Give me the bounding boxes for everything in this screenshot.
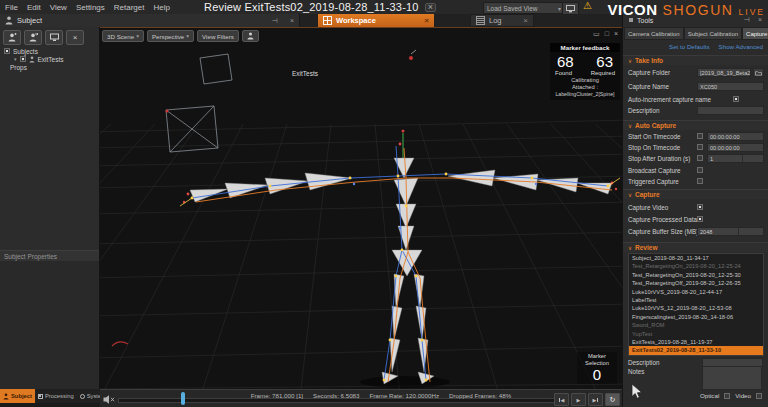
tab-log[interactable]: Log × <box>470 14 534 27</box>
menu-help[interactable]: Help <box>153 3 169 12</box>
capture-name-field[interactable]: XC050 <box>697 82 764 91</box>
view-filters-button[interactable]: View Filters <box>197 30 239 42</box>
expand-icon[interactable]: ▾ <box>14 56 17 62</box>
timeline-playhead[interactable] <box>181 392 185 405</box>
load-saved-view-dropdown[interactable]: Load Saved View ▾ <box>483 2 565 14</box>
optical-checkbox[interactable] <box>724 393 730 399</box>
chevron-down-icon: ▾ <box>186 33 189 39</box>
close-panel-icon[interactable]: × <box>290 17 294 25</box>
tree-item-props[interactable]: Props <box>4 63 64 71</box>
list-item[interactable]: Sword_ROM <box>629 321 763 329</box>
bar-icon <box>597 398 598 402</box>
stop-timecode-checkbox[interactable] <box>697 144 703 150</box>
list-item[interactable]: LabelTest <box>629 296 763 304</box>
subjects-label: Subjects <box>13 48 38 55</box>
subjects-checkbox[interactable] <box>4 48 10 54</box>
list-item[interactable]: ExitTests_2019-08-28_11-19-37 <box>629 338 763 346</box>
list-item[interactable]: Luke10rVVS_12_2019-08-20_12-53-08 <box>629 304 763 312</box>
chevron-icon: ∨ <box>628 192 632 198</box>
3d-viewport[interactable]: 3D Scene ▾ Perspective ▾ View Filters ▭ … <box>100 27 622 389</box>
broadcast-capture-checkbox[interactable] <box>697 167 703 173</box>
mute-speaker-icon[interactable] <box>103 395 115 404</box>
exittests-checkbox[interactable] <box>20 56 26 62</box>
list-item[interactable]: Luke10rVVS_2019-08-20_12-44-17 <box>629 288 763 296</box>
menu-settings[interactable]: Settings <box>76 3 105 12</box>
triggered-capture-row: Triggered Capture <box>628 176 764 187</box>
section-capture[interactable]: ∨ Capture <box>623 189 768 199</box>
tree-item-exittests[interactable]: ▾ ExitTests <box>14 55 64 63</box>
minimize-icon[interactable]: ▭ <box>593 30 600 38</box>
triggered-capture-checkbox[interactable] <box>697 178 703 184</box>
section-auto-capture[interactable]: ∨ Auto Capture <box>623 120 768 130</box>
show-advanced-link[interactable]: Show Advanced <box>719 43 763 50</box>
stop-duration-checkbox[interactable] <box>697 155 703 161</box>
subject-tree: Subjects ▾ ExitTests Props <box>4 47 64 71</box>
stop-duration-field[interactable]: 1 <box>707 154 764 163</box>
menu-file[interactable]: File <box>5 3 18 12</box>
view-options-button[interactable] <box>562 2 579 15</box>
skip-to-end-button[interactable]: ▶ <box>588 393 603 406</box>
list-item[interactable]: Test_RetargetingOn_2019-08-20_12-25-30 <box>629 271 763 279</box>
warning-icon[interactable]: ⚠ <box>583 0 592 11</box>
scene-type-dropdown[interactable]: 3D Scene ▾ <box>102 30 144 42</box>
close-review-icon[interactable]: × <box>425 3 436 12</box>
capture-folder-label: Capture Folder <box>628 69 670 76</box>
buffer-size-field[interactable]: 2048 <box>697 227 764 236</box>
subject-icon <box>29 56 35 63</box>
processing-icon <box>38 394 43 399</box>
list-item[interactable]: Test_RetargetingOff_2019-08-20_12-26-35 <box>629 279 763 287</box>
logo-shogun: SHOGUN <box>663 2 734 18</box>
close-icon[interactable]: × <box>614 30 618 38</box>
list-item[interactable]: Fingerscalingtest_2019-08-20_14-18-06 <box>629 313 763 321</box>
browse-folder-button[interactable] <box>753 68 764 77</box>
import-subject-button[interactable] <box>3 30 21 45</box>
capture-folder-field[interactable]: [2019_08_19_Beta2_Testing] <box>697 68 751 77</box>
marker-selection-overlay: Marker Selection 0 <box>577 352 617 384</box>
review-take-list[interactable]: Subject_2019-08-20_11-34-17 Test_Retarge… <box>628 253 764 356</box>
take-info-title: Take Info <box>635 57 663 64</box>
display-button[interactable] <box>45 30 63 45</box>
list-item[interactable]: Subject_2019-08-20_11-34-17 <box>629 254 763 262</box>
start-timecode-field[interactable]: 00:00:00:00 <box>707 132 764 141</box>
list-item[interactable]: Test_RetargetingOn_2019-08-20_12-25-24 <box>629 262 763 270</box>
start-timecode-checkbox[interactable] <box>697 133 703 139</box>
maximize-icon[interactable]: □ <box>605 30 609 38</box>
capture-video-checkbox[interactable] <box>697 204 703 210</box>
stop-timecode-field[interactable]: 00:00:00:00 <box>707 143 764 152</box>
list-item-selected[interactable]: ExitTests02_2019-08-28_11-33-10 <box>629 346 763 354</box>
auto-increment-checkbox[interactable] <box>733 96 739 102</box>
description-field[interactable] <box>697 106 764 115</box>
list-item[interactable]: YupTest <box>629 330 763 338</box>
set-to-defaults-link[interactable]: Set to Defaults <box>669 43 710 50</box>
menu-view[interactable]: View <box>50 3 67 12</box>
menu-edit[interactable]: Edit <box>27 3 41 12</box>
menu-retarget[interactable]: Retarget <box>114 3 145 12</box>
pin-panel-icon[interactable]: ⊣ <box>272 17 278 25</box>
dock-tab-processing[interactable]: Processing <box>35 389 77 403</box>
notes-field[interactable] <box>702 366 762 390</box>
chevron-icon: ∨ <box>628 123 632 129</box>
close-log-tab-icon[interactable]: × <box>523 16 528 25</box>
section-take-info[interactable]: ∨ Take Info <box>623 55 768 65</box>
dock-tab-subject[interactable]: Subject <box>0 389 35 403</box>
skip-to-start-button[interactable]: ◀ <box>554 393 569 406</box>
export-subject-button[interactable] <box>24 30 42 45</box>
camera-view-dropdown[interactable]: Perspective ▾ <box>147 30 194 42</box>
tree-item-subjects[interactable]: Subjects <box>4 47 64 55</box>
delete-subject-button[interactable]: × <box>66 30 84 45</box>
video-label: Video <box>735 392 751 399</box>
tab-camera-calibration[interactable]: Camera Calibration <box>624 27 684 40</box>
video-checkbox[interactable] <box>756 393 762 399</box>
subject-panel-header: Subject ⊣ × <box>0 14 300 27</box>
capture-processed-checkbox[interactable] <box>697 216 703 222</box>
loop-button[interactable]: ↻ <box>605 393 620 406</box>
section-review[interactable]: ∨ Review <box>623 242 768 252</box>
3d-scene[interactable] <box>100 28 622 389</box>
close-workspace-tab-icon[interactable]: × <box>424 16 429 25</box>
play-button[interactable]: ▶ <box>571 393 586 406</box>
tab-workspace-label: Workspace <box>336 16 376 25</box>
tab-subject-calibration[interactable]: Subject Calibration <box>684 27 742 40</box>
tab-workspace[interactable]: Workspace × <box>318 14 434 27</box>
subject-filter-button[interactable] <box>242 30 259 42</box>
tab-capture[interactable]: Capture <box>742 27 768 40</box>
